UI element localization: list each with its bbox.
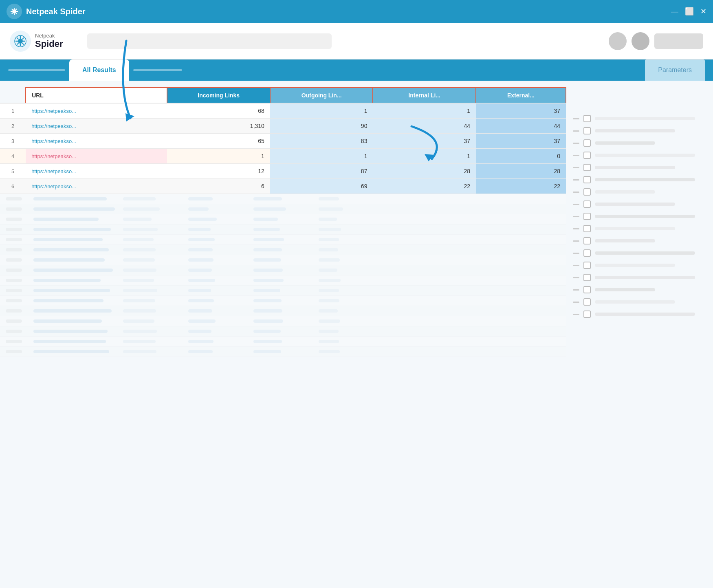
ghost-rows: [0, 194, 566, 357]
table-row[interactable]: 2https://netpeakso...1,310904444: [0, 119, 566, 134]
sidebar-checkbox[interactable]: [583, 115, 591, 122]
svg-line-7: [12, 9, 13, 10]
sidebar-label: [595, 288, 655, 291]
sidebar-checkbox[interactable]: [583, 139, 591, 147]
sidebar-dash: [573, 167, 579, 168]
sidebar-checkbox[interactable]: [583, 127, 591, 134]
sidebar-checkbox[interactable]: [583, 164, 591, 171]
sidebar-item-row: [571, 161, 708, 174]
sidebar-dash: [573, 179, 579, 181]
app-header: Netpeak Spider: [0, 23, 713, 59]
sidebar-dash: [573, 155, 579, 156]
app-title: Netpeak Spider: [26, 7, 86, 16]
brand-name-top: Netpeak: [35, 33, 63, 39]
tab-placeholder-left: [8, 69, 65, 71]
sidebar-checkbox[interactable]: [583, 200, 591, 208]
svg-line-8: [16, 13, 17, 14]
table-row[interactable]: 1https://netpeakso...681137: [0, 103, 566, 119]
sidebar-label: [595, 239, 655, 242]
sidebar-dash: [573, 192, 579, 193]
brand-name: Netpeak Spider: [35, 33, 63, 48]
sidebar-checkbox[interactable]: [583, 262, 591, 269]
sidebar-label: [595, 166, 675, 169]
row-internal: 1: [373, 149, 476, 164]
col-header-incoming[interactable]: Incoming Links: [167, 88, 270, 103]
table-row[interactable]: 6https://netpeakso...6692222: [0, 179, 566, 194]
sidebar-checkbox[interactable]: [583, 286, 591, 293]
tab-all-results[interactable]: All Results: [69, 59, 129, 81]
sidebar-item-row: [571, 210, 708, 222]
sidebar-checkbox[interactable]: [583, 188, 591, 196]
row-url[interactable]: https://netpeakso...: [26, 103, 167, 119]
row-url[interactable]: https://netpeakso...: [26, 149, 167, 164]
row-url[interactable]: https://netpeakso...: [26, 119, 167, 134]
sidebar-item-row: [571, 235, 708, 247]
sidebar-label: [595, 203, 675, 206]
sidebar-checkbox[interactable]: [583, 237, 591, 244]
minimize-button[interactable]: —: [671, 8, 678, 15]
brand-logo-icon: [10, 31, 31, 52]
table-row[interactable]: 4https://netpeakso...1110: [0, 149, 566, 164]
table-area: URL Incoming Links Outgoing Lin... Inter…: [0, 81, 566, 588]
ghost-row: [0, 347, 566, 357]
url-bar[interactable]: [87, 33, 332, 49]
sidebar-item-row: [571, 222, 708, 235]
row-incoming: 1: [167, 149, 270, 164]
row-url[interactable]: https://netpeakso...: [26, 179, 167, 194]
maximize-button[interactable]: ⬜: [685, 8, 694, 15]
header-action-button[interactable]: [654, 33, 703, 49]
col-header-outgoing[interactable]: Outgoing Lin...: [270, 88, 373, 103]
ghost-row: [0, 306, 566, 316]
title-bar-left: Netpeak Spider: [7, 4, 86, 19]
title-bar: Netpeak Spider — ⬜ ✕: [0, 0, 713, 23]
sidebar-label: [595, 141, 655, 145]
brand-logo: Netpeak Spider: [10, 31, 63, 52]
svg-line-9: [16, 9, 17, 10]
table-row[interactable]: 3https://netpeakso...65833737: [0, 134, 566, 149]
ghost-row: [0, 286, 566, 296]
sidebar-checkbox[interactable]: [583, 274, 591, 281]
sidebar-checkbox[interactable]: [583, 152, 591, 159]
sidebar-label: [595, 227, 675, 230]
sidebar-checkbox[interactable]: [583, 225, 591, 232]
sidebar-checkbox[interactable]: [583, 213, 591, 220]
table-row[interactable]: 5https://netpeakso...12872828: [0, 164, 566, 179]
col-header-url[interactable]: URL: [26, 88, 167, 103]
sidebar-dash: [573, 240, 579, 242]
ghost-row: [0, 326, 566, 337]
sidebar-label: [595, 190, 655, 194]
row-url[interactable]: https://netpeakso...: [26, 164, 167, 179]
sidebar-checkbox[interactable]: [583, 298, 591, 306]
sidebar-checkbox[interactable]: [583, 311, 591, 318]
row-incoming: 68: [167, 103, 270, 119]
table-body: 1https://netpeakso...6811372https://netp…: [0, 103, 566, 194]
sidebar-checkbox[interactable]: [583, 249, 591, 257]
tab-parameters-label: Parameters: [658, 66, 692, 74]
table-header-row: URL Incoming Links Outgoing Lin... Inter…: [0, 88, 566, 103]
row-internal: 1: [373, 103, 476, 119]
ghost-row: [0, 235, 566, 245]
row-outgoing: 69: [270, 179, 373, 194]
col-header-external[interactable]: External...: [476, 88, 566, 103]
svg-line-10: [12, 13, 13, 14]
row-num: 2: [0, 119, 26, 134]
sidebar-dash: [573, 314, 579, 315]
row-internal: 44: [373, 119, 476, 134]
avatar-primary: [609, 32, 627, 50]
row-url[interactable]: https://netpeakso...: [26, 134, 167, 149]
sidebar-item-row: [571, 198, 708, 210]
table-wrapper: URL Incoming Links Outgoing Lin... Inter…: [0, 87, 566, 357]
row-incoming: 1,310: [167, 119, 270, 134]
sidebar-item-row: [571, 137, 708, 149]
col-header-internal[interactable]: Internal Li...: [373, 88, 476, 103]
sidebar-label: [595, 300, 675, 304]
ghost-row: [0, 225, 566, 235]
sidebar-checkbox[interactable]: [583, 176, 591, 183]
row-num: 5: [0, 164, 26, 179]
sidebar-item-row: [571, 112, 708, 125]
sidebar-item-row: [571, 296, 708, 308]
tab-parameters[interactable]: Parameters: [645, 59, 705, 81]
close-button[interactable]: ✕: [700, 8, 706, 15]
row-external: 37: [476, 103, 566, 119]
ghost-row: [0, 194, 566, 204]
